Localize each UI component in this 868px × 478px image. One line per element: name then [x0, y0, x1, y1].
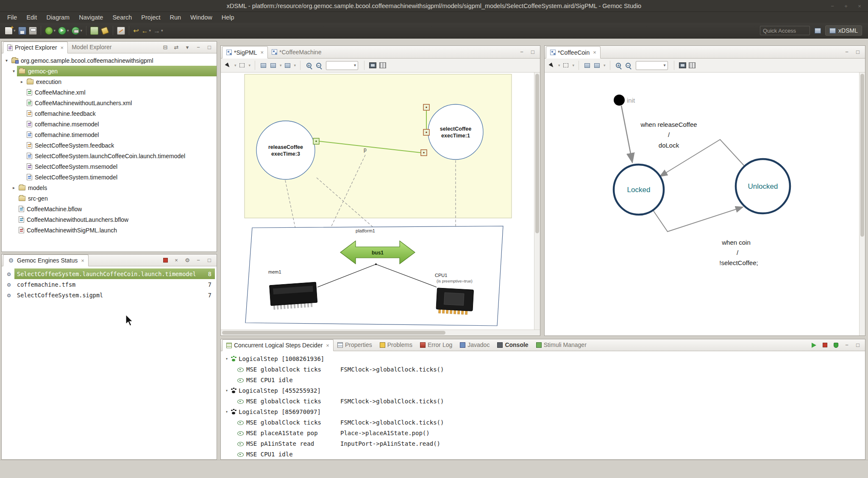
- logical-step-row[interactable]: ▾ LogicalStep [455255932]: [221, 385, 865, 396]
- tab-gemoc-engines-status[interactable]: ⚙ Gemoc Engines Status ×: [3, 254, 89, 266]
- zoom-level-combo[interactable]: [326, 61, 358, 70]
- chevron-down-icon[interactable]: ▾: [81, 28, 83, 33]
- zoom-in-button[interactable]: +: [615, 61, 623, 70]
- menu-run[interactable]: Run: [165, 13, 186, 22]
- mse-row[interactable]: MSE_globalClock_ticks FSMClock->globalCl…: [221, 417, 865, 428]
- export-image-button[interactable]: [679, 61, 687, 70]
- maximize-window-icon[interactable]: +: [843, 3, 849, 9]
- tree-item[interactable]: CoffeeMachine.bflow: [2, 204, 217, 214]
- select-tool-button[interactable]: [224, 61, 232, 70]
- chevron-down-icon[interactable]: ▾: [54, 28, 56, 33]
- close-icon[interactable]: ×: [326, 342, 329, 349]
- menu-navigate[interactable]: Navigate: [74, 13, 108, 22]
- tab-error-log[interactable]: Error Log: [416, 339, 456, 351]
- tree-item[interactable]: ▸models: [2, 182, 217, 193]
- minimize-view-icon[interactable]: −: [195, 44, 202, 51]
- grid-toggle-button[interactable]: [378, 61, 387, 70]
- logical-step-row[interactable]: ▾ LogicalStep [856970097]: [221, 406, 865, 417]
- menu-project[interactable]: Project: [136, 13, 165, 22]
- xdsml-perspective-button[interactable]: xDSML: [825, 25, 862, 36]
- tree-item[interactable]: ▾org.gemoc.sample.bcool.coffeemachinewit…: [2, 55, 217, 66]
- external-tools-button[interactable]: ▾: [71, 25, 83, 36]
- minimize-window-icon[interactable]: −: [829, 3, 836, 9]
- minimize-editor-icon[interactable]: −: [843, 49, 850, 56]
- menu-help[interactable]: Help: [217, 13, 239, 22]
- output-port[interactable]: [313, 138, 319, 144]
- annotation-button[interactable]: [116, 25, 126, 36]
- minimize-view-icon[interactable]: −: [195, 257, 202, 264]
- tab-logical-steps-decider[interactable]: Concurrent Logical Steps Decider ×: [222, 339, 334, 351]
- chevron-down-icon[interactable]: ▾: [573, 63, 575, 67]
- back-button[interactable]: ←▾: [141, 25, 152, 36]
- maximize-editor-icon[interactable]: □: [529, 49, 536, 56]
- maximize-view-icon[interactable]: □: [854, 342, 861, 349]
- tab-coffeecoin[interactable]: *CoffeeCoin ×: [546, 46, 601, 59]
- expand-arrow-icon[interactable]: ▾: [223, 356, 230, 361]
- save-button[interactable]: [17, 25, 27, 36]
- vertical-scrollbar[interactable]: [859, 73, 865, 335]
- mse-row[interactable]: MSE_globalClock_ticks FSMClock->globalCl…: [221, 396, 865, 406]
- engine-row[interactable]: ⚙ SelectCoffeeSystem.sigpml7: [2, 290, 217, 300]
- close-window-icon[interactable]: ×: [856, 3, 863, 9]
- last-edit-button[interactable]: ↩: [132, 25, 139, 36]
- coverage-button[interactable]: [89, 25, 99, 36]
- select-tool-button[interactable]: [548, 61, 556, 70]
- open-task-button[interactable]: [100, 25, 110, 36]
- zoom-out-button[interactable]: −: [314, 61, 323, 70]
- tree-item[interactable]: SelectCoffeeSystem.msemodel: [2, 161, 217, 172]
- marquee-tool-button[interactable]: [562, 61, 570, 70]
- chevron-down-icon[interactable]: ▾: [294, 63, 296, 67]
- expand-arrow-icon[interactable]: ▾: [223, 409, 230, 414]
- mse-row[interactable]: MSE_CPU1_idle: [221, 449, 865, 459]
- collapse-all-icon[interactable]: ⊟: [162, 44, 169, 51]
- zoom-in-button[interactable]: +: [305, 61, 313, 70]
- layout-button[interactable]: [259, 61, 267, 70]
- tab-properties[interactable]: Properties: [334, 339, 376, 351]
- tree-item[interactable]: SelectCoffeeSystem.feedback: [2, 140, 217, 151]
- layout-button[interactable]: [583, 61, 591, 70]
- scrollbar-thumb[interactable]: [222, 331, 445, 335]
- chevron-down-icon[interactable]: ▾: [149, 28, 151, 33]
- close-icon[interactable]: ×: [593, 49, 596, 56]
- tab-stimuli-manager[interactable]: Stimuli Manager: [532, 339, 590, 351]
- tab-problems[interactable]: Problems: [376, 339, 416, 351]
- expand-arrow-icon[interactable]: ▾: [223, 388, 230, 393]
- chevron-down-icon[interactable]: ▾: [558, 63, 560, 67]
- scrollbar-thumb[interactable]: [535, 74, 539, 233]
- sigpml-canvas[interactable]: p releaseCoffee execTime:3 selectCoffee …: [221, 73, 534, 330]
- tree-item[interactable]: ▸execution: [2, 76, 217, 87]
- menu-search[interactable]: Search: [108, 13, 136, 22]
- maximize-editor-icon[interactable]: □: [854, 49, 861, 56]
- tree-item[interactable]: coffemachine.feedback: [2, 108, 217, 119]
- quick-access-input[interactable]: [760, 26, 810, 35]
- stop-step-button[interactable]: [821, 342, 828, 349]
- debug-button[interactable]: ▾: [44, 25, 57, 36]
- logical-step-row[interactable]: ▾ LogicalStep [1008261936]: [221, 353, 865, 364]
- menu-window[interactable]: Window: [186, 13, 217, 22]
- engine-row[interactable]: ⚙ coffemachine.tfsm7: [2, 279, 217, 290]
- tab-coffeemachine[interactable]: *CoffeeMachine: [268, 46, 325, 58]
- tree-item[interactable]: CoffeeMachinewithoutLaunchers.xml: [2, 98, 217, 108]
- mse-row[interactable]: MSE_placeA1State_pop Place->placeA1State…: [221, 428, 865, 438]
- tree-item[interactable]: CoffeeMachinewithoutLaunchers.bflow: [2, 214, 217, 225]
- tab-javadoc[interactable]: Javadoc: [456, 339, 493, 351]
- agent-selectcoffee[interactable]: [428, 104, 483, 159]
- close-icon[interactable]: ×: [260, 49, 264, 56]
- input-port[interactable]: [423, 104, 429, 110]
- link-with-editor-icon[interactable]: ⇄: [173, 44, 180, 51]
- print-button[interactable]: [28, 25, 38, 36]
- chevron-down-icon[interactable]: ▾: [234, 63, 236, 67]
- menu-file[interactable]: File: [3, 13, 22, 22]
- tree-item[interactable]: coffemachine.timemodel: [2, 129, 217, 140]
- new-wizard-button[interactable]: ▾: [4, 25, 17, 36]
- tab-sigpml[interactable]: *SigPML ×: [222, 46, 268, 59]
- scrollbar-thumb[interactable]: [860, 74, 864, 237]
- chevron-down-icon[interactable]: ▾: [161, 28, 163, 33]
- input-port[interactable]: [423, 129, 429, 135]
- horizontal-scrollbar[interactable]: [221, 330, 540, 335]
- open-perspective-icon[interactable]: [814, 27, 821, 34]
- minimize-editor-icon[interactable]: −: [518, 49, 525, 56]
- menu-diagram[interactable]: Diagram: [42, 13, 74, 22]
- transition-locked-to-unlocked[interactable]: [653, 207, 743, 232]
- mse-row[interactable]: MSE_CPU1_idle: [221, 375, 865, 385]
